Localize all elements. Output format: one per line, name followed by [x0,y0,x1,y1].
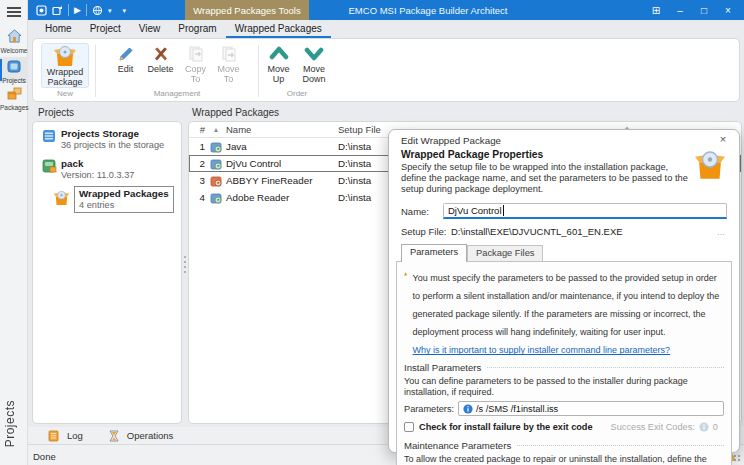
tab-parameters[interactable]: Parameters [401,244,467,262]
chevron-up-icon [269,44,289,64]
setup-file-label: Setup File: [401,226,447,237]
dialog-tab-strip: Parameters Package Files [389,244,739,261]
dialog-title: Edit Wrapped Package [401,135,501,146]
copy-to-button[interactable]: Copy To [180,43,212,84]
maintenance-parameters-desc: To allow the created package to repair o… [404,454,734,465]
browse-button[interactable]: ... [715,226,727,237]
wrapped-packages-node-icon [53,190,70,206]
refresh-icon[interactable] [52,5,63,16]
sidebar-item-projects[interactable]: Projects [0,57,28,83]
parameters-label: Parameters: [404,404,454,414]
projects-tree-panel: Projects Storage 36 projects in the stor… [32,121,182,424]
tab-package-files[interactable]: Package Files [467,245,543,261]
app-window: ▶ ▾ ▾ Wrapped Packages Tools EMCO MSI Pa… [0,0,744,465]
tree-item-pack[interactable]: pack Version: 11.0.3.37 [41,158,134,180]
chevron-down-icon [304,44,324,64]
tab-program[interactable]: Program [169,21,225,38]
panel-footer-label: Projects [3,400,17,447]
setup-file-value: D:\install\EXE\DJVUCNTL_601_EN.EXE [451,226,715,237]
move-up-button[interactable]: Move Up [262,43,295,84]
window-title: EMCO MSI Package Builder Architect [328,0,528,20]
sidebar-item-welcome[interactable]: Welcome [0,27,28,56]
hourglass-icon [109,430,119,442]
edit-button[interactable]: Edit [110,43,142,75]
package-setup-icon [210,175,222,187]
tab-view[interactable]: View [130,21,170,38]
delete-button[interactable]: Delete [143,43,179,75]
move-to-button[interactable]: Move To [213,43,245,84]
window-options-icon[interactable]: ⊞ [644,5,668,16]
install-parameters-section: Install Parameters [404,362,724,373]
warning-block: You must specify the parameters to be pa… [404,267,724,357]
tab-wrapped-packages[interactable]: Wrapped Packages [226,21,331,38]
window-controls: ⊞ – □ × [644,0,740,20]
sort-ascending-icon[interactable]: ▲ [206,126,226,133]
wrapped-package-dialog-icon [693,150,727,180]
packages-panel-title: Wrapped Packages [192,107,279,118]
delete-x-icon [151,44,171,64]
dialog-title-bar: Edit Wrapped Package × [389,130,739,146]
packages-icon [7,87,22,100]
minimize-icon[interactable]: – [668,5,692,16]
parameters-input[interactable]: /s /SMS /f1install.iss [458,401,724,416]
exit-code-row: Check for install failure by the exit co… [404,422,724,432]
toolbar-separator [86,4,87,16]
group-label-management: Management [98,89,256,101]
name-input[interactable]: DjVu Control [443,203,727,219]
success-exit-codes-label: Success Exit Codes: [611,422,695,432]
qat-customize-icon[interactable]: ▾ [122,6,126,15]
package-setup-icon [210,158,222,170]
edit-wrapped-package-dialog: Edit Wrapped Package × Wrapped Package P… [388,129,740,453]
menu-icon[interactable] [7,7,21,17]
maintenance-parameters-section: Maintenance Parameters [404,440,724,451]
close-icon[interactable]: × [716,5,740,16]
column-header-name[interactable]: Name [226,124,338,135]
group-label-new: New [37,89,93,101]
tree-item-projects-storage[interactable]: Projects Storage 36 projects in the stor… [41,128,164,150]
tab-home[interactable]: Home [36,21,81,38]
warning-link[interactable]: Why is it important to supply installer … [412,345,670,355]
parameters-tab-content: You must specify the parameters to be pa… [396,261,732,465]
ribbon-group-management: Edit Delete Copy To Move To Man [98,41,256,101]
move-to-icon [219,44,239,64]
exit-code-label: Check for install failure by the exit co… [419,422,593,432]
copy-to-icon [186,44,206,64]
exit-code-checkbox[interactable] [404,422,414,432]
run-icon[interactable]: ▶ [74,6,81,15]
status-text: Done [33,451,56,462]
ribbon-tab-strip: Home Project View Program Wrapped Packag… [36,21,331,38]
parameters-row: Parameters: /s /SMS /f1install.iss [404,401,724,416]
globe-icon[interactable] [92,5,103,16]
save-icon[interactable] [36,5,47,16]
column-header-num[interactable]: # [189,124,206,135]
package-setup-icon [210,192,222,204]
log-tab[interactable]: Log [38,428,93,443]
home-icon [7,29,22,43]
warning-icon [404,268,407,280]
wrapped-package-button[interactable]: Wrapped Package [41,43,89,88]
ribbon-group-new: Wrapped Package New [37,41,93,101]
activity-sidebar: Welcome Projects Packages Projects [0,0,28,465]
projects-panel-title: Projects [38,107,74,118]
maximize-icon[interactable]: □ [692,5,716,16]
dialog-close-icon[interactable]: × [716,133,730,145]
info-icon-disabled [699,422,709,432]
tree-item-wrapped-packages[interactable]: Wrapped Packages 4 entries [53,186,174,213]
resize-grip[interactable] [734,455,742,463]
panel-splitter[interactable] [183,256,186,282]
info-icon [463,404,473,414]
move-down-button[interactable]: Move Down [296,43,332,84]
group-label-order: Order [261,89,333,101]
text-caret [503,205,504,216]
globe-dropdown-icon[interactable]: ▾ [108,6,112,15]
setup-file-row: Setup File: D:\install\EXE\DJVUCNTL_601_… [389,226,739,237]
ribbon-group-order: Move Up Move Down Order [261,41,333,101]
tab-project[interactable]: Project [81,21,130,38]
sidebar-item-packages[interactable]: Packages [0,84,28,111]
tree-selection-box: Wrapped Packages 4 entries [74,186,174,213]
title-bar: ▶ ▾ ▾ Wrapped Packages Tools EMCO MSI Pa… [28,0,744,20]
dialog-header: Wrapped Package Properties Specify the s… [389,146,739,194]
operations-tab[interactable]: Operations [99,428,183,443]
contextual-tab-wrapped-packages-tools[interactable]: Wrapped Packages Tools [185,0,309,20]
storage-icon [41,128,57,144]
